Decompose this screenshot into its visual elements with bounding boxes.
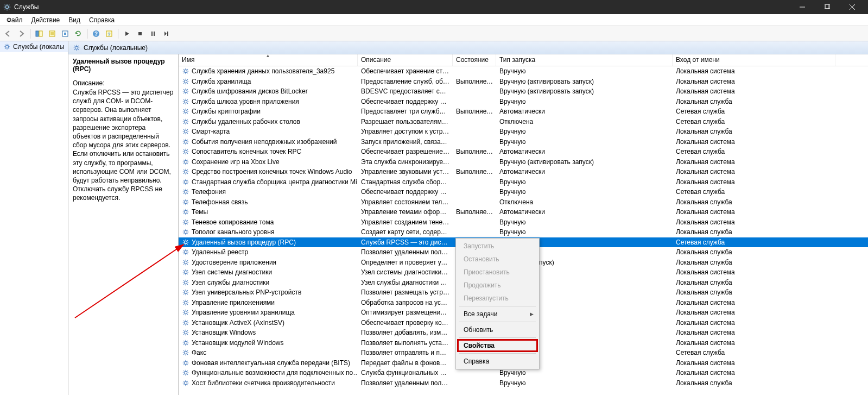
gear-icon xyxy=(182,228,189,236)
svg-line-181 xyxy=(183,214,184,214)
service-startup: Вручную xyxy=(496,228,673,236)
gear-icon xyxy=(182,178,189,186)
service-startup: Автоматически xyxy=(496,148,673,155)
svg-line-278 xyxy=(183,321,184,321)
toolbar-refresh[interactable] xyxy=(72,28,84,40)
svg-line-136 xyxy=(183,163,184,164)
svg-line-333 xyxy=(187,384,188,385)
service-name: Смарт-карта xyxy=(192,128,230,135)
table-row[interactable]: ТелефонияОбеспечивает поддержку T…Вручну… xyxy=(179,187,868,197)
table-row[interactable]: Смарт-картаУправляет доступом к устр…Вру… xyxy=(179,127,868,137)
close-button[interactable] xyxy=(840,0,865,14)
svg-line-56 xyxy=(187,69,188,70)
table-row[interactable]: Служба шлюза уровня приложенияОбеспечива… xyxy=(179,97,868,107)
svg-line-233 xyxy=(183,270,184,271)
ctx-resume[interactable]: Продолжить xyxy=(457,279,538,292)
table-row[interactable]: Служба хранилищаПредоставление служб, об… xyxy=(179,77,868,87)
toolbar-stop-service[interactable] xyxy=(134,28,146,40)
service-name: Установщик ActiveX (AxInstSV) xyxy=(192,319,284,327)
ctx-refresh[interactable]: Обновить xyxy=(457,323,538,336)
col-start[interactable]: Тип запуска xyxy=(496,54,673,66)
ctx-start[interactable]: Запустить xyxy=(457,240,538,253)
svg-line-197 xyxy=(183,230,184,230)
toolbar-forward[interactable] xyxy=(15,28,27,40)
ctx-pause[interactable]: Приостановить xyxy=(457,266,538,279)
svg-line-260 xyxy=(183,300,184,301)
table-row[interactable]: Службы криптографииПредоставляет три слу… xyxy=(179,106,868,117)
svg-line-53 xyxy=(183,69,184,70)
menu-file[interactable]: Файл xyxy=(2,15,27,25)
menu-view[interactable]: Вид xyxy=(64,15,85,25)
gear-icon xyxy=(182,108,189,115)
table-row[interactable]: Хост библиотеки счетчика производительно… xyxy=(179,378,868,388)
ctx-restart[interactable]: Перезапустить xyxy=(457,292,538,305)
minimize-button[interactable] xyxy=(790,0,815,14)
table-row[interactable]: Средство построения конечных точек Windo… xyxy=(179,167,868,177)
ctx-help[interactable]: Справка xyxy=(457,355,538,368)
toolbar-help2[interactable]: ? xyxy=(103,28,115,40)
service-logon: Локальная служба xyxy=(673,128,835,135)
svg-line-137 xyxy=(187,160,188,160)
table-row[interactable]: ТемыУправление темами оформ…ВыполняетсяА… xyxy=(179,207,868,217)
table-row[interactable]: Служба шифрования дисков BitLockerBDESVC… xyxy=(179,86,868,97)
svg-line-116 xyxy=(183,140,184,140)
service-desc: Передает файлы в фоново… xyxy=(358,359,453,367)
table-row[interactable]: Сопоставитель конечных точек RPCОбеспечи… xyxy=(179,147,868,157)
maximize-button[interactable] xyxy=(815,0,840,14)
table-row[interactable]: Служба хранения данных пользователя_3a92… xyxy=(179,66,868,77)
gear-icon xyxy=(3,3,11,11)
svg-point-93 xyxy=(184,120,187,123)
svg-line-209 xyxy=(187,240,188,241)
svg-point-318 xyxy=(184,372,187,374)
toolbar-help[interactable]: ? xyxy=(90,28,102,40)
table-row[interactable]: Теневое копирование томаУправляет создан… xyxy=(179,217,868,228)
svg-line-189 xyxy=(187,223,188,224)
svg-point-156 xyxy=(184,191,187,193)
table-row[interactable]: Тополог канального уровняСоздает карту с… xyxy=(179,227,868,237)
table-row[interactable]: Сохранение игр на Xbox LiveЭта служба си… xyxy=(179,157,868,167)
svg-line-335 xyxy=(187,381,188,381)
toolbar-restart-service[interactable] xyxy=(160,28,172,40)
svg-line-5 xyxy=(5,5,5,5)
menu-action[interactable]: Действие xyxy=(27,15,65,25)
service-logon: Локальная служба xyxy=(673,248,835,256)
svg-point-228 xyxy=(184,271,187,274)
table-row[interactable]: Телефонная связьУправляет состоянием тел… xyxy=(179,197,868,208)
gear-icon xyxy=(182,339,189,347)
toolbar-properties[interactable] xyxy=(46,28,58,40)
nav-services-local[interactable]: Службы (локалы xyxy=(0,41,68,52)
table-row[interactable]: Стандартная служба сборщика центра диагн… xyxy=(179,177,868,187)
svg-line-164 xyxy=(187,190,188,190)
col-logon[interactable]: Вход от имени xyxy=(673,54,835,66)
table-row[interactable]: Службы удаленных рабочих столовРазрешает… xyxy=(179,117,868,127)
svg-line-155 xyxy=(187,180,188,180)
menu-help[interactable]: Справка xyxy=(85,15,119,25)
svg-line-298 xyxy=(183,344,184,344)
svg-line-279 xyxy=(187,324,188,324)
ctx-alltasks[interactable]: Все задачи▶ xyxy=(457,308,538,321)
gear-icon xyxy=(182,218,189,226)
col-desc[interactable]: Описание xyxy=(358,54,453,66)
toolbar-back[interactable] xyxy=(2,28,14,40)
service-desc: Позволяет удаленным поль… xyxy=(358,248,453,256)
service-logon: Локальная система xyxy=(673,369,835,377)
toolbar-showhide-console-tree[interactable] xyxy=(33,28,45,40)
table-row[interactable]: События получения неподвижных изображени… xyxy=(179,137,868,147)
svg-point-138 xyxy=(184,171,187,173)
service-logon: Сетевая служба xyxy=(673,188,835,196)
toolbar-export-list[interactable] xyxy=(59,28,71,40)
ctx-stop[interactable]: Остановить xyxy=(457,253,538,266)
toolbar-pause-service[interactable] xyxy=(147,28,159,40)
service-logon: Локальная система xyxy=(673,138,835,146)
service-desc: Позволяет удаленным поль… xyxy=(358,379,453,387)
col-name[interactable]: Имя▲ xyxy=(179,54,358,66)
service-logon: Локальная служба xyxy=(673,228,835,236)
svg-line-101 xyxy=(187,120,188,120)
svg-line-152 xyxy=(183,180,184,180)
svg-line-37 xyxy=(5,48,5,49)
toolbar-start-service[interactable] xyxy=(121,28,133,40)
svg-rect-27 xyxy=(151,32,153,36)
col-state[interactable]: Состояние xyxy=(453,54,496,66)
nav-item-label: Службы (локалы xyxy=(13,43,64,51)
ctx-properties[interactable]: Свойства xyxy=(457,339,538,352)
